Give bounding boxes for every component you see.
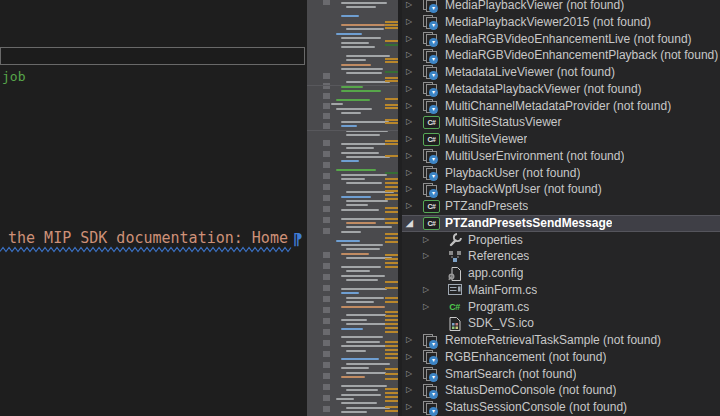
tree-item-label: SDK_VS.ico bbox=[468, 315, 534, 332]
winform-file-icon bbox=[446, 282, 463, 298]
minimap-code-line bbox=[336, 99, 370, 101]
minimap-code-line bbox=[341, 306, 385, 308]
expand-arrow-icon[interactable]: ▷ bbox=[406, 131, 423, 148]
minimap-orange-change-marker bbox=[385, 143, 398, 145]
expand-arrow-icon[interactable]: ▷ bbox=[406, 64, 423, 81]
expand-arrow-icon[interactable]: ▷ bbox=[406, 382, 423, 399]
expand-arrow-icon[interactable]: ▷ bbox=[406, 399, 423, 416]
tree-item[interactable]: ▷▾PlaybackUser (not found) bbox=[402, 165, 720, 182]
minimap-code-line bbox=[341, 42, 369, 44]
tree-item[interactable]: ▷▾MultiChannelMetadataProvider (not foun… bbox=[402, 98, 720, 115]
unloaded-project-icon: ▾ bbox=[423, 14, 440, 30]
minimap-region-marker bbox=[323, 228, 330, 234]
tree-item[interactable]: ▷▾PlaybackWpfUser (not found) bbox=[402, 181, 720, 198]
tree-item[interactable]: app.config bbox=[402, 265, 720, 282]
expand-arrow-icon[interactable]: ▷ bbox=[406, 349, 423, 366]
expand-arrow-icon[interactable]: ▷ bbox=[406, 148, 423, 165]
minimap-code-line bbox=[341, 402, 377, 404]
minimap-orange-change-marker bbox=[385, 119, 398, 121]
references-icon bbox=[446, 249, 463, 265]
expand-arrow-icon[interactable]: ▷ bbox=[406, 198, 423, 215]
tree-item[interactable]: ▷▾StatusSessionConsole (not found) bbox=[402, 399, 720, 416]
tree-item-label: MetadataLiveViewer (not found) bbox=[445, 64, 615, 81]
minimap-orange-change-marker bbox=[385, 392, 398, 394]
collapse-arrow-icon[interactable]: ◢ bbox=[406, 215, 423, 232]
expand-arrow-icon[interactable]: ▷ bbox=[406, 332, 423, 349]
minimap-code-line bbox=[346, 147, 374, 149]
minimap-orange-change-marker bbox=[385, 262, 398, 264]
expand-arrow-icon[interactable]: ▷ bbox=[406, 14, 423, 31]
minimap-orange-change-marker bbox=[385, 186, 398, 188]
minimap-code-line bbox=[341, 46, 375, 48]
minimap-region-marker bbox=[323, 351, 330, 357]
tree-item[interactable]: ▷▾RGBEnhancement (not found) bbox=[402, 349, 720, 366]
expand-arrow-icon[interactable]: ▷ bbox=[406, 165, 423, 182]
minimap-code-line bbox=[341, 411, 367, 413]
tree-item-label: PlaybackUser (not found) bbox=[445, 165, 580, 182]
minimap-orange-change-marker bbox=[385, 315, 398, 317]
tree-item[interactable]: ▷MainForm.cs bbox=[402, 282, 720, 299]
expand-arrow-icon[interactable]: ▷ bbox=[406, 0, 423, 14]
minimap-code-line bbox=[341, 37, 381, 39]
tree-item[interactable]: ▷▾MediaRGBVideoEnhancementLive (not foun… bbox=[402, 31, 720, 48]
tree-item[interactable]: ▷C#MultiSiteStatusViewer bbox=[402, 114, 720, 131]
unloaded-project-icon: ▾ bbox=[423, 333, 440, 349]
tree-item[interactable]: ▷C#PTZandPresets bbox=[402, 198, 720, 215]
tree-item[interactable]: ▷References bbox=[402, 248, 720, 265]
tree-item[interactable]: ▷▾MetadataLiveViewer (not found) bbox=[402, 64, 720, 81]
minimap-orange-change-marker bbox=[385, 218, 398, 220]
tree-item[interactable]: ▷▾MediaPlaybackViewer (not found) bbox=[402, 0, 720, 14]
expand-arrow-icon[interactable]: ▷ bbox=[406, 31, 423, 48]
unloaded-project-icon: ▾ bbox=[423, 349, 440, 365]
tree-item[interactable]: ▷▾SmartSearch (not found) bbox=[402, 366, 720, 383]
minimap-orange-change-marker bbox=[385, 211, 398, 213]
collapsed-region-box[interactable] bbox=[0, 47, 305, 65]
unloaded-project-icon: ▾ bbox=[423, 165, 440, 181]
minimap-orange-change-marker bbox=[385, 323, 398, 325]
tree-item[interactable]: ▷▾MetadataPlaybackViewer (not found) bbox=[402, 81, 720, 98]
minimap-region-marker bbox=[323, 195, 330, 201]
csharp-project-icon: C# bbox=[423, 215, 440, 231]
expand-arrow-icon[interactable]: ▷ bbox=[423, 282, 446, 299]
tree-item[interactable]: ▷Properties bbox=[402, 232, 720, 249]
expand-arrow-icon[interactable]: ▷ bbox=[423, 232, 446, 249]
minimap-orange-change-marker bbox=[385, 198, 398, 200]
minimap-scrollbar[interactable] bbox=[307, 0, 398, 416]
tree-item[interactable]: ▷C#Program.cs bbox=[402, 299, 720, 316]
minimap-region-marker bbox=[323, 151, 330, 157]
tree-item-label: MediaPlaybackViewer2015 (not found) bbox=[445, 14, 651, 31]
minimap-code-line bbox=[341, 288, 387, 290]
csharp-file-icon: C# bbox=[446, 299, 463, 315]
tree-item[interactable]: ▷▾MediaRGBVideoEnhancementPlayback (not … bbox=[402, 47, 720, 64]
minimap-orange-change-marker bbox=[385, 331, 398, 333]
minimap-orange-change-marker bbox=[385, 190, 398, 192]
minimap-region-marker bbox=[323, 83, 330, 89]
minimap-code-line bbox=[341, 218, 385, 220]
expand-arrow-icon[interactable]: ▷ bbox=[406, 366, 423, 383]
expand-arrow-icon[interactable]: ▷ bbox=[406, 47, 423, 64]
minimap-code-line bbox=[341, 319, 367, 321]
tree-item[interactable]: ▷C#MultiSiteViewer bbox=[402, 131, 720, 148]
minimap-code-line bbox=[346, 372, 386, 374]
tree-item[interactable]: ▷▾StatusDemoConsole (not found) bbox=[402, 382, 720, 399]
tree-item[interactable]: ▷▾MultiUserEnvironment (not found) bbox=[402, 148, 720, 165]
code-editor[interactable]: job the MIP SDK documentation: Home ⁋ bbox=[0, 0, 307, 416]
unloaded-project-icon: ▾ bbox=[423, 0, 440, 13]
tree-item[interactable]: ▷▾MediaPlaybackViewer2015 (not found) bbox=[402, 14, 720, 31]
tree-item-label: PTZandPresets bbox=[445, 198, 528, 215]
expand-arrow-icon[interactable]: ▷ bbox=[406, 98, 423, 115]
expand-arrow-icon[interactable]: ▷ bbox=[406, 114, 423, 131]
tree-item[interactable]: SDK_VS.ico bbox=[402, 315, 720, 332]
minimap-orange-change-marker bbox=[385, 410, 398, 412]
unloaded-project-icon: ▾ bbox=[423, 182, 440, 198]
tree-item[interactable]: ◢C#PTZandPresetsSendMessage bbox=[402, 215, 720, 232]
expand-arrow-icon[interactable]: ▷ bbox=[406, 181, 423, 198]
minimap-code-line bbox=[341, 345, 387, 347]
expand-arrow-icon[interactable]: ▷ bbox=[406, 81, 423, 98]
expand-arrow-icon[interactable]: ▷ bbox=[423, 299, 446, 316]
tree-item[interactable]: ▷▾RemoteRetrievalTaskSample (not found) bbox=[402, 332, 720, 349]
code-token-job: job bbox=[2, 69, 25, 84]
minimap-green-change-marker bbox=[385, 71, 398, 73]
expand-arrow-icon[interactable]: ▷ bbox=[423, 248, 446, 265]
tree-item-label: Properties bbox=[468, 232, 523, 249]
